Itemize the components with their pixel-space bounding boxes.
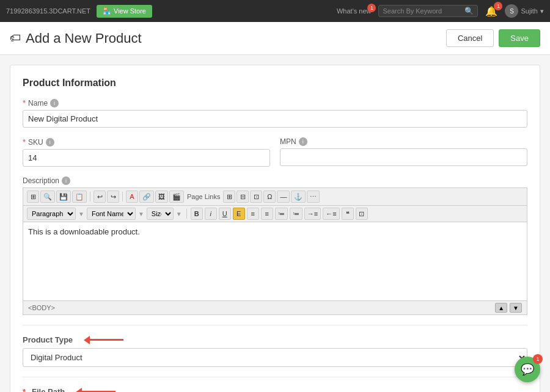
tb-form-btn[interactable]: ⊡ xyxy=(250,191,262,203)
tb-align-center-btn[interactable]: ≡ xyxy=(261,208,273,220)
sku-required: * xyxy=(23,137,26,147)
chevron-down-icon: ▾ xyxy=(540,7,544,15)
user-name: Sujith xyxy=(521,7,538,15)
tb-list-ul-btn[interactable]: ≔ xyxy=(290,208,302,220)
whats-new-label: What's new xyxy=(337,7,372,15)
chat-bubble[interactable]: 💬 1 xyxy=(515,357,540,382)
tb-symbol-btn[interactable]: Ω xyxy=(263,191,276,203)
tb-link-btn[interactable]: 🔗 xyxy=(139,191,154,203)
chat-icon: 💬 xyxy=(521,363,534,376)
desc-label-row: Description i xyxy=(23,176,527,185)
editor-expand-btn[interactable]: ▲ xyxy=(495,303,507,313)
file-path-label-text: File Path xyxy=(32,387,65,392)
page-title-area: 🏷 Add a New Product xyxy=(10,31,142,46)
product-type-group: Product Type Digital Product Physical Pr… xyxy=(23,335,527,367)
tb-outdent-btn[interactable]: ←≡ xyxy=(323,208,339,220)
sku-info-icon[interactable]: i xyxy=(46,138,54,147)
main-content: Product Information * Name i * SKU i xyxy=(0,55,550,392)
nav-right: What's new 1 🔍 🔔 1 S Sujith ▾ xyxy=(337,4,544,18)
tb-italic-btn[interactable]: i xyxy=(205,208,217,220)
editor-resize-area: ▲ ▼ xyxy=(495,303,522,313)
file-arrow-head xyxy=(76,388,82,393)
tb-align-left-btn[interactable]: ≡ xyxy=(247,208,259,220)
tb-list-ol-btn[interactable]: ≔ xyxy=(275,208,288,220)
mpn-info-icon[interactable]: i xyxy=(299,137,307,146)
product-type-select[interactable]: Digital Product Physical Product Service xyxy=(23,348,527,367)
file-path-arrow xyxy=(76,388,116,393)
desc-label: Description xyxy=(23,176,59,185)
header-actions: Cancel Save xyxy=(446,29,540,47)
view-store-button[interactable]: 🏪 View Store xyxy=(97,5,152,18)
view-store-label: View Store xyxy=(114,7,146,15)
tb-font-color-btn[interactable]: A xyxy=(126,191,138,203)
editor-collapse-btn[interactable]: ▼ xyxy=(510,303,522,313)
file-path-required: * xyxy=(23,387,26,392)
cancel-button[interactable]: Cancel xyxy=(446,29,494,47)
tb-undo-btn[interactable]: ↩ xyxy=(94,191,106,203)
tb-save-btn[interactable]: 💾 xyxy=(56,191,71,203)
tb-image-btn[interactable]: 🖼 xyxy=(155,191,168,203)
size-select[interactable]: Size xyxy=(147,208,174,220)
tb-indent-btn[interactable]: →≡ xyxy=(304,208,321,220)
tb-dot3: ▼ xyxy=(176,211,182,217)
mpn-input[interactable] xyxy=(280,148,527,166)
sku-field: * SKU i xyxy=(23,137,270,167)
page-header: 🏷 Add a New Product Cancel Save xyxy=(0,22,550,55)
chat-badge: 1 xyxy=(533,354,543,364)
whats-new-badge: 1 xyxy=(367,4,376,12)
arrow-line xyxy=(90,339,123,341)
editor-body[interactable]: This is a downloadable product. xyxy=(23,222,527,301)
tb-zoom-btn[interactable]: 🔍 xyxy=(40,191,55,203)
tb-redo-btn[interactable]: ↪ xyxy=(107,191,119,203)
tb-misc-btn[interactable]: ⋯ xyxy=(307,191,320,203)
font-select[interactable]: Font Name xyxy=(87,208,136,220)
tb-page-links[interactable]: Page Links xyxy=(187,193,220,200)
tb-div-btn[interactable]: ⊡ xyxy=(356,208,368,220)
sku-mpn-group: * SKU i MPN i xyxy=(23,137,527,167)
tb-underline-btn[interactable]: U xyxy=(219,208,231,220)
tb-bold-btn[interactable]: B xyxy=(191,208,203,220)
tb-table-btn[interactable]: ⊞ xyxy=(223,191,235,203)
name-group: * Name i xyxy=(23,98,527,128)
format-select[interactable]: Paragraph xyxy=(27,208,76,220)
name-info-icon[interactable]: i xyxy=(50,99,59,107)
nav-left: 71992863915.3DCART.NET 🏪 View Store xyxy=(6,5,152,18)
page-title: Add a New Product xyxy=(26,31,142,46)
tb-col-btn[interactable]: ⊟ xyxy=(237,191,249,203)
sku-input[interactable] xyxy=(23,149,270,167)
tb-template-btn[interactable]: 📋 xyxy=(72,191,87,203)
tb-anchor-btn[interactable]: ⚓ xyxy=(291,191,306,203)
tb-dot2: ▼ xyxy=(138,211,144,217)
name-required: * xyxy=(23,98,26,107)
editor-body-tag: <BODY> xyxy=(28,304,55,311)
file-path-group: * File Path Browse xyxy=(23,387,527,392)
product-type-arrow xyxy=(84,336,123,344)
whats-new-area[interactable]: What's new 1 xyxy=(337,7,372,15)
search-input[interactable] xyxy=(383,7,462,15)
name-input[interactable] xyxy=(23,110,527,128)
tb-sep3 xyxy=(186,209,187,219)
product-card: Product Information * Name i * SKU i xyxy=(10,65,540,392)
tb-dot1: ▼ xyxy=(78,211,84,217)
name-label: Name xyxy=(28,99,48,107)
desc-info-icon[interactable]: i xyxy=(62,176,70,185)
tb-sep2 xyxy=(122,192,123,201)
notification-badge: 1 xyxy=(494,2,502,10)
description-group: Description i ⊞ 🔍 💾 📋 ↩ ↪ A 🔗 🖼 🎬 Page L… xyxy=(23,176,527,315)
tb-highlight-btn[interactable]: E xyxy=(233,208,245,220)
avatar-initial: S xyxy=(510,8,514,15)
notification-icon[interactable]: 🔔 1 xyxy=(485,5,497,17)
editor-content: This is a downloadable product. xyxy=(28,227,140,236)
editor-footer: <BODY> ▲ ▼ xyxy=(23,301,527,315)
section-title: Product Information xyxy=(23,78,527,89)
avatar: S xyxy=(505,4,518,18)
tb-media-btn[interactable]: 🎬 xyxy=(169,191,184,203)
store-icon: 🏪 xyxy=(103,7,111,15)
file-path-label-row: * File Path xyxy=(23,387,527,392)
tb-hr-btn[interactable]: — xyxy=(277,191,290,203)
tb-blockquote-btn[interactable]: ❝ xyxy=(342,208,354,220)
tb-source-btn[interactable]: ⊞ xyxy=(27,191,39,203)
save-button[interactable]: Save xyxy=(499,29,540,47)
mpn-label-row: MPN i xyxy=(280,137,527,146)
user-area[interactable]: S Sujith ▾ xyxy=(505,4,544,18)
